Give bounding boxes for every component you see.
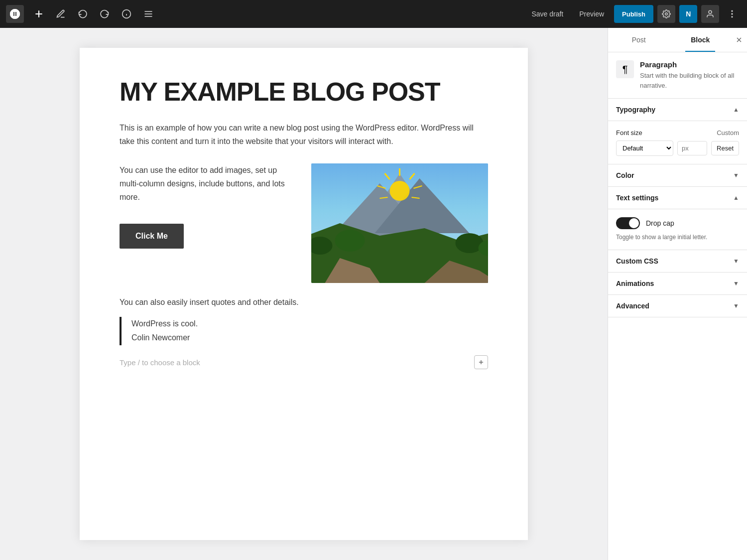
post-title[interactable]: MY EXAMPLE BLOG POST: [120, 78, 488, 106]
drop-cap-label: Drop cap: [646, 219, 674, 227]
tools-button[interactable]: [52, 5, 70, 23]
user-avatar[interactable]: [701, 5, 719, 23]
typography-section-header[interactable]: Typography ▲: [608, 99, 747, 121]
svg-point-15: [390, 181, 410, 201]
paragraph-block-icon: ¶: [616, 60, 634, 78]
main-area: MY EXAMPLE BLOG POST This is an example …: [0, 28, 747, 560]
text-settings-body: Drop cap Toggle to show a large initial …: [608, 209, 747, 250]
text-settings-chevron-icon: ▲: [733, 194, 739, 201]
typography-label: Typography: [616, 106, 655, 114]
svg-point-9: [732, 13, 733, 14]
font-size-label: Font size: [616, 129, 642, 137]
font-size-custom-label: Custom: [717, 129, 739, 137]
undo-button[interactable]: [74, 5, 92, 23]
svg-point-8: [732, 10, 733, 11]
quote-text[interactable]: WordPress is cool.: [131, 317, 488, 331]
block-name: Paragraph: [640, 60, 739, 69]
add-block-toolbar-button[interactable]: [30, 5, 48, 23]
quotes-section: You can also easily insert quotes and ot…: [120, 298, 488, 346]
custom-css-section-header[interactable]: Custom CSS ▼: [608, 250, 747, 273]
custom-css-label: Custom CSS: [616, 257, 658, 265]
svg-point-27: [335, 230, 365, 252]
quotes-paragraph[interactable]: You can also easily insert quotes and ot…: [120, 298, 488, 307]
typography-chevron-icon: ▲: [733, 106, 739, 113]
color-label: Color: [616, 171, 634, 179]
editor-content: MY EXAMPLE BLOG POST This is an example …: [80, 48, 528, 540]
redo-button[interactable]: [96, 5, 114, 23]
advanced-label: Advanced: [616, 302, 649, 310]
font-size-select[interactable]: Default Small Medium Large Extra Large: [616, 140, 673, 156]
click-me-button[interactable]: Click Me: [120, 224, 184, 249]
tab-post[interactable]: Post: [608, 28, 670, 52]
animations-section-header[interactable]: Animations ▼: [608, 273, 747, 295]
redo-icon: [100, 9, 110, 19]
add-block-inline-button[interactable]: [474, 355, 488, 369]
advanced-chevron-icon: ▼: [733, 302, 739, 309]
gear-icon: [662, 9, 671, 18]
content-row: You can use the editor to add images, se…: [120, 163, 488, 283]
plus-icon: [34, 9, 44, 19]
preview-button[interactable]: Preview: [573, 7, 610, 21]
close-sidebar-button[interactable]: [731, 28, 747, 52]
advanced-section-header[interactable]: Advanced ▼: [608, 295, 747, 317]
color-section-header[interactable]: Color ▼: [608, 164, 747, 187]
list-view-button[interactable]: [139, 5, 157, 23]
wp-logo[interactable]: [6, 5, 24, 23]
sidebar: Post Block ¶ Paragraph Start with the bu…: [608, 28, 747, 560]
drop-cap-hint: Toggle to show a large initial letter.: [616, 233, 739, 242]
font-size-row: Default Small Medium Large Extra Large R…: [616, 140, 739, 156]
drop-cap-row: Drop cap: [616, 217, 739, 229]
blockquote: WordPress is cool. Colin Newcomer: [120, 317, 488, 346]
wp-logo-icon: [9, 8, 21, 20]
close-icon: [735, 36, 743, 44]
intro-paragraph[interactable]: This is an example of how you can write …: [120, 121, 488, 148]
font-size-reset-button[interactable]: Reset: [711, 141, 739, 155]
block-header: ¶ Paragraph Start with the building bloc…: [616, 60, 739, 90]
typography-section-body: Font size Custom Default Small Medium La…: [608, 121, 747, 164]
editor-paragraph-2[interactable]: You can use the editor to add images, se…: [120, 163, 296, 204]
font-size-labels: Font size Custom: [616, 129, 739, 137]
block-info: Paragraph Start with the building block …: [640, 60, 739, 90]
editor-area: MY EXAMPLE BLOG POST This is an example …: [0, 28, 608, 560]
block-panel: ¶ Paragraph Start with the building bloc…: [608, 52, 747, 99]
plus-inline-icon: [478, 359, 485, 366]
settings-button[interactable]: [657, 5, 675, 23]
text-column: You can use the editor to add images, se…: [120, 163, 296, 249]
svg-point-7: [709, 10, 712, 13]
info-icon: [122, 9, 131, 19]
text-settings-section-header[interactable]: Text settings ▲: [608, 187, 747, 209]
more-icon: [727, 9, 737, 19]
toolbar-left: [6, 5, 157, 23]
quote-author[interactable]: Colin Newcomer: [131, 331, 488, 345]
sidebar-tabs: Post Block: [608, 28, 747, 52]
publish-button[interactable]: Publish: [614, 5, 653, 23]
new-block-row: Type / to choose a block: [120, 355, 488, 369]
font-size-custom-input[interactable]: [677, 141, 707, 155]
animations-chevron-icon: ▼: [733, 280, 739, 287]
text-settings-label: Text settings: [616, 194, 658, 202]
notifications-button[interactable]: N: [679, 5, 697, 23]
svg-point-10: [732, 16, 733, 17]
animations-label: Animations: [616, 280, 654, 287]
list-icon: [143, 9, 153, 19]
new-block-placeholder[interactable]: Type / to choose a block: [120, 358, 200, 367]
svg-point-6: [665, 13, 668, 15]
custom-css-chevron-icon: ▼: [733, 258, 739, 265]
info-button[interactable]: [118, 5, 135, 23]
block-description: Start with the building block of all nar…: [640, 71, 739, 90]
mountain-image[interactable]: [311, 163, 488, 283]
color-chevron-icon: ▼: [733, 172, 739, 179]
toolbar-right: Save draft Preview Publish N: [525, 5, 741, 23]
save-draft-button[interactable]: Save draft: [525, 7, 569, 21]
undo-icon: [78, 9, 88, 19]
more-options-button[interactable]: [723, 5, 741, 23]
tools-icon: [56, 9, 66, 19]
drop-cap-toggle[interactable]: [616, 217, 640, 229]
user-icon: [706, 9, 715, 18]
tab-block[interactable]: Block: [670, 28, 732, 52]
mountain-svg: [311, 163, 488, 283]
image-column: [311, 163, 488, 283]
main-toolbar: Save draft Preview Publish N: [0, 0, 747, 28]
